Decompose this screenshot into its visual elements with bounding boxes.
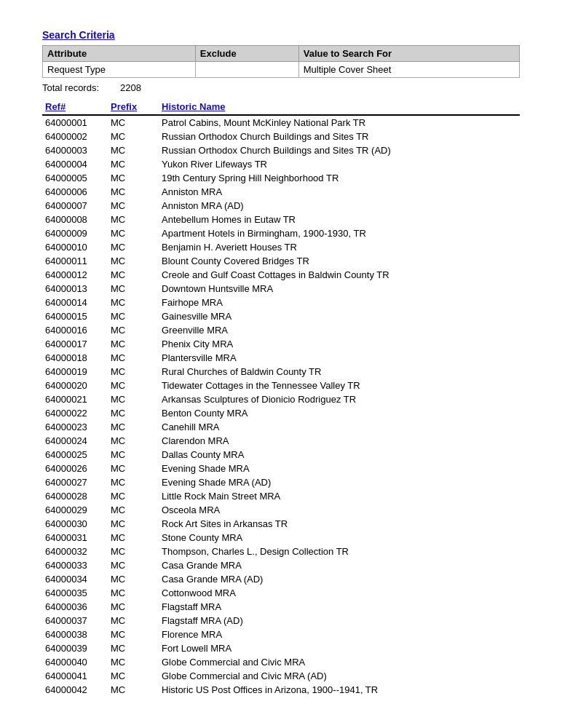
row-prefix: MC xyxy=(108,171,159,185)
row-ref: 64000033 xyxy=(42,558,108,572)
row-name: Evening Shade MRA (AD) xyxy=(159,475,520,489)
row-ref: 64000038 xyxy=(42,628,108,641)
table-row: 64000020 MC Tidewater Cottages in the Te… xyxy=(42,379,520,392)
row-ref: 64000020 xyxy=(42,379,108,392)
row-prefix: MC xyxy=(108,254,159,268)
row-prefix: MC xyxy=(108,517,159,531)
table-row: 64000004 MC Yukon River Lifeways TR xyxy=(42,157,520,171)
criteria-row: Request Type Multiple Cover Sheet xyxy=(43,62,520,78)
row-name: Downtown Huntsville MRA xyxy=(159,282,520,296)
row-prefix: MC xyxy=(108,462,159,475)
row-name: Casa Grande MRA (AD) xyxy=(159,572,520,586)
table-row: 64000041 MC Globe Commercial and Civic M… xyxy=(42,669,520,683)
row-ref: 64000012 xyxy=(42,268,108,282)
table-row: 64000034 MC Casa Grande MRA (AD) xyxy=(42,572,520,586)
row-prefix: MC xyxy=(108,531,159,545)
row-name: Plantersville MRA xyxy=(159,351,520,365)
row-prefix: MC xyxy=(108,323,159,337)
table-row: 64000015 MC Gainesville MRA xyxy=(42,309,520,323)
table-row: 64000014 MC Fairhope MRA xyxy=(42,296,520,309)
row-prefix: MC xyxy=(108,143,159,157)
table-row: 64000019 MC Rural Churches of Baldwin Co… xyxy=(42,365,520,379)
row-name: Anniston MRA xyxy=(159,185,520,199)
row-ref: 64000003 xyxy=(42,143,108,157)
criteria-col-exclude: Exclude xyxy=(195,46,298,62)
row-prefix: MC xyxy=(108,337,159,351)
row-ref: 64000010 xyxy=(42,240,108,254)
row-name: Creole and Gulf Coast Cottages in Baldwi… xyxy=(159,268,520,282)
row-ref: 64000040 xyxy=(42,655,108,669)
row-name: Globe Commercial and Civic MRA (AD) xyxy=(159,669,520,683)
total-records-label: Total records: xyxy=(42,82,99,93)
row-ref: 64000028 xyxy=(42,489,108,503)
row-ref: 64000026 xyxy=(42,462,108,475)
row-ref: 64000029 xyxy=(42,503,108,517)
table-row: 64000039 MC Fort Lowell MRA xyxy=(42,641,520,655)
table-row: 64000018 MC Plantersville MRA xyxy=(42,351,520,365)
row-prefix: MC xyxy=(108,669,159,683)
row-name: Antebellum Homes in Eutaw TR xyxy=(159,213,520,226)
table-row: 64000013 MC Downtown Huntsville MRA xyxy=(42,282,520,296)
row-prefix: MC xyxy=(108,406,159,420)
row-ref: 64000022 xyxy=(42,406,108,420)
results-header-row: Ref# Prefix Historic Name xyxy=(42,99,520,115)
row-name: Phenix City MRA xyxy=(159,337,520,351)
row-prefix: MC xyxy=(108,572,159,586)
table-row: 64000005 MC 19th Century Spring Hill Nei… xyxy=(42,171,520,185)
row-name: Flagstaff MRA xyxy=(159,600,520,614)
row-ref: 64000001 xyxy=(42,115,108,130)
row-ref: 64000002 xyxy=(42,130,108,143)
row-prefix: MC xyxy=(108,130,159,143)
row-ref: 64000042 xyxy=(42,683,108,697)
table-row: 64000042 MC Historic US Post Offices in … xyxy=(42,683,520,697)
row-prefix: MC xyxy=(108,351,159,365)
row-ref: 64000023 xyxy=(42,420,108,434)
row-prefix: MC xyxy=(108,641,159,655)
results-table: Ref# Prefix Historic Name 64000001 MC Pa… xyxy=(42,99,520,697)
row-name: Clarendon MRA xyxy=(159,434,520,448)
row-prefix: MC xyxy=(108,545,159,558)
search-criteria-title: Search Criteria xyxy=(42,29,520,41)
row-name: Benjamin H. Averiett Houses TR xyxy=(159,240,520,254)
table-row: 64000011 MC Blount County Covered Bridge… xyxy=(42,254,520,268)
row-name: Florence MRA xyxy=(159,628,520,641)
search-criteria-section: Search Criteria Attribute Exclude Value … xyxy=(42,29,520,93)
row-name: Yukon River Lifeways TR xyxy=(159,157,520,171)
table-row: 64000009 MC Apartment Hotels in Birmingh… xyxy=(42,226,520,240)
row-prefix: MC xyxy=(108,655,159,669)
row-name: Casa Grande MRA xyxy=(159,558,520,572)
row-prefix: MC xyxy=(108,489,159,503)
table-row: 64000008 MC Antebellum Homes in Eutaw TR xyxy=(42,213,520,226)
row-prefix: MC xyxy=(108,115,159,130)
row-prefix: MC xyxy=(108,213,159,226)
row-ref: 64000013 xyxy=(42,282,108,296)
table-row: 64000038 MC Florence MRA xyxy=(42,628,520,641)
table-row: 64000022 MC Benton County MRA xyxy=(42,406,520,420)
criteria-attribute: Request Type xyxy=(43,62,196,78)
row-ref: 64000032 xyxy=(42,545,108,558)
criteria-value: Multiple Cover Sheet xyxy=(298,62,519,78)
row-name: Little Rock Main Street MRA xyxy=(159,489,520,503)
row-ref: 64000024 xyxy=(42,434,108,448)
row-ref: 64000037 xyxy=(42,614,108,628)
table-row: 64000032 MC Thompson, Charles L., Design… xyxy=(42,545,520,558)
row-prefix: MC xyxy=(108,309,159,323)
row-prefix: MC xyxy=(108,586,159,600)
row-ref: 64000031 xyxy=(42,531,108,545)
row-prefix: MC xyxy=(108,157,159,171)
table-row: 64000021 MC Arkansas Sculptures of Dioni… xyxy=(42,392,520,406)
row-name: Globe Commercial and Civic MRA xyxy=(159,655,520,669)
row-name: Fort Lowell MRA xyxy=(159,641,520,655)
row-name: Russian Orthodox Church Buildings and Si… xyxy=(159,130,520,143)
row-ref: 64000017 xyxy=(42,337,108,351)
row-ref: 64000035 xyxy=(42,586,108,600)
row-name: Rural Churches of Baldwin County TR xyxy=(159,365,520,379)
row-prefix: MC xyxy=(108,296,159,309)
table-row: 64000012 MC Creole and Gulf Coast Cottag… xyxy=(42,268,520,282)
table-row: 64000002 MC Russian Orthodox Church Buil… xyxy=(42,130,520,143)
row-ref: 64000027 xyxy=(42,475,108,489)
table-row: 64000003 MC Russian Orthodox Church Buil… xyxy=(42,143,520,157)
row-ref: 64000041 xyxy=(42,669,108,683)
row-prefix: MC xyxy=(108,226,159,240)
row-prefix: MC xyxy=(108,240,159,254)
